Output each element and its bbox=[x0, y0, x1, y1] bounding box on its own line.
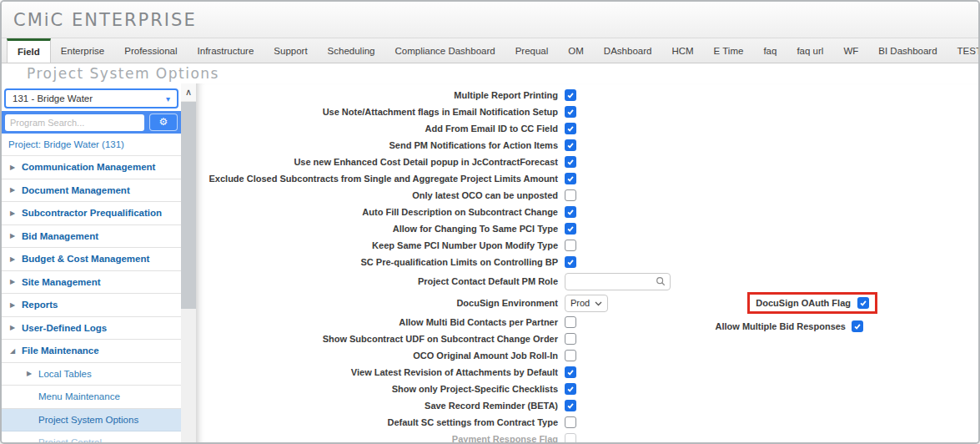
checkbox-show-subcontract-udf-on-subcontract-change-order[interactable] bbox=[565, 333, 576, 345]
program-search-strip: ⚙ bbox=[2, 111, 181, 134]
option-row: Use new Enhanced Cost Detail popup in Jc… bbox=[196, 154, 978, 170]
checkbox-allow-multiple-bid-responses[interactable] bbox=[852, 320, 863, 332]
option-label: Payment Response Flag bbox=[196, 434, 558, 442]
cmic-logo: CMiC ENTERPRISE bbox=[13, 10, 197, 30]
option-label: View Latest Revision of Attachments by D… bbox=[196, 367, 558, 377]
tree-collapsed-icon[interactable]: ▶ bbox=[10, 278, 22, 285]
tree-collapsed-icon[interactable]: ▶ bbox=[10, 255, 22, 263]
checkbox-exclude-closed-subcontracts-from-single-and-aggregate-project-limits-amount[interactable] bbox=[565, 173, 576, 184]
tree-expanded-icon[interactable]: ◢ bbox=[10, 347, 22, 355]
tab-faq[interactable]: faq bbox=[753, 38, 787, 63]
checkbox-payment-response-flag[interactable] bbox=[565, 433, 576, 442]
sidebar-scrollbar[interactable]: ∧ bbox=[181, 83, 196, 442]
check-icon bbox=[566, 258, 575, 266]
chevron-up-icon: ∧ bbox=[185, 87, 192, 97]
tab-professional[interactable]: Professional bbox=[114, 38, 187, 63]
tab-faq-url[interactable]: faq url bbox=[787, 38, 833, 63]
checkbox-only-latest-oco-can-be-unposted[interactable] bbox=[565, 189, 576, 201]
docusign-oauth-highlight-box: DocuSign OAuth Flag bbox=[747, 292, 877, 314]
checkbox-send-pm-notifications-for-action-items[interactable] bbox=[565, 139, 576, 151]
checkbox-sc-pre-qualification-limits-on-controlling-bp[interactable] bbox=[565, 256, 576, 268]
tab-compliance-dashboard[interactable]: Compliance Dashboard bbox=[385, 38, 505, 63]
sidebar-item-file-maintenance[interactable]: ◢File Maintenance bbox=[2, 340, 181, 363]
tab-support[interactable]: Support bbox=[264, 38, 317, 63]
checkbox-docusign-oauth-flag[interactable] bbox=[857, 297, 869, 309]
option-row: Default SC settings from Contract Type bbox=[196, 414, 978, 431]
tab-bi-dashboard[interactable]: BI Dashboard bbox=[868, 38, 947, 63]
tab-om[interactable]: OM bbox=[558, 38, 594, 63]
tree-collapsed-icon[interactable]: ▶ bbox=[10, 164, 22, 171]
sidebar-item-subcontractor-prequalification[interactable]: ▶Subcontractor Prequalification bbox=[2, 202, 181, 225]
sidebar-item-project-system-options[interactable]: Project System Options bbox=[2, 409, 181, 432]
checkbox-use-note-attachment-flags-in-email-notification-setup[interactable] bbox=[565, 106, 576, 118]
checkbox-use-new-enhanced-cost-detail-popup-in-jccontractforecast[interactable] bbox=[565, 156, 576, 168]
sidebar-item-user-defined-logs[interactable]: ▶User-Defined Logs bbox=[2, 317, 181, 341]
checkbox-show-only-project-specific-checklists[interactable] bbox=[565, 383, 576, 395]
tree-collapsed-icon[interactable]: ▶ bbox=[10, 324, 22, 331]
program-search-input[interactable] bbox=[5, 114, 144, 131]
scroll-up-button[interactable]: ∧ bbox=[181, 83, 196, 102]
option-row: Use Note/Attachment flags in Email Notif… bbox=[196, 103, 978, 120]
tab-hcm[interactable]: HCM bbox=[661, 38, 703, 63]
sidebar-item-budget-cost-management[interactable]: ▶Budget & Cost Management bbox=[2, 248, 181, 271]
checkbox-oco-original-amount-job-roll-in[interactable] bbox=[565, 350, 576, 361]
tab-e-time[interactable]: E Time bbox=[704, 38, 754, 63]
check-icon bbox=[566, 385, 575, 393]
app-window: CMiC ENTERPRISE FieldEnterpriseProfessio… bbox=[0, 0, 980, 444]
sidebar-item-site-management[interactable]: ▶Site Management bbox=[2, 271, 181, 295]
sidebar-item-document-management[interactable]: ▶Document Management bbox=[2, 179, 181, 203]
tab-test[interactable]: TEST bbox=[947, 38, 978, 63]
project-select-value: 131 - Bridge Water bbox=[13, 93, 93, 103]
search-settings-button[interactable]: ⚙ bbox=[149, 114, 178, 131]
tree-collapsed-icon[interactable]: ▶ bbox=[10, 232, 22, 240]
options-rows: Multiple Report PrintingUse Note/Attachm… bbox=[196, 83, 978, 442]
sidebar-item-label: Subcontractor Prequalification bbox=[22, 208, 162, 218]
tab-enterprise[interactable]: Enterprise bbox=[51, 38, 114, 63]
sidebar-item-label: Document Management bbox=[22, 185, 130, 195]
sidebar-item-menu-maintenance[interactable]: Menu Maintenance bbox=[2, 386, 181, 409]
option-row: Keep Same PCI Number Upon Modify Type bbox=[196, 237, 978, 254]
checkbox-view-latest-revision-of-attachments-by-default[interactable] bbox=[565, 366, 576, 378]
checkbox-keep-same-pci-number-upon-modify-type[interactable] bbox=[565, 240, 576, 251]
tab-wf[interactable]: WF bbox=[833, 38, 868, 63]
project-contact-default-pm-role-input[interactable] bbox=[565, 273, 671, 290]
options-panel: Multiple Report PrintingUse Note/Attachm… bbox=[196, 83, 978, 442]
option-label: Project Contact Default PM Role bbox=[196, 276, 558, 286]
option-label: Auto Fill Description on Subcontract Cha… bbox=[196, 207, 558, 217]
project-link[interactable]: Project: Bridge Water (131) bbox=[2, 134, 181, 156]
sidebar-item-communication-management[interactable]: ▶Communication Management bbox=[2, 156, 181, 179]
checkbox-allow-multi-bid-contacts-per-partner[interactable] bbox=[565, 316, 576, 328]
option-row: Exclude Closed Subcontracts from Single … bbox=[196, 170, 978, 187]
lookup-button[interactable] bbox=[656, 276, 666, 286]
check-icon bbox=[859, 299, 867, 307]
check-icon bbox=[566, 208, 575, 216]
option-row: Allow for Changing To Same PCI Type bbox=[196, 220, 978, 237]
tab-dashboard[interactable]: DAshboard bbox=[594, 38, 662, 63]
check-icon bbox=[853, 322, 862, 330]
tab-infrastructure[interactable]: Infrastructure bbox=[188, 38, 264, 63]
tree-collapsed-icon[interactable]: ▶ bbox=[27, 370, 38, 377]
check-icon bbox=[566, 174, 575, 183]
scrollbar-thumb[interactable] bbox=[181, 102, 196, 309]
tab-prequal[interactable]: Prequal bbox=[505, 38, 559, 63]
tree-collapsed-icon[interactable]: ▶ bbox=[10, 301, 22, 309]
tree-collapsed-icon[interactable]: ▶ bbox=[10, 186, 22, 194]
sidebar-item-label: Bid Management bbox=[22, 231, 98, 241]
sidebar-item-reports[interactable]: ▶Reports bbox=[2, 294, 181, 317]
checkbox-save-record-reminder-beta[interactable] bbox=[565, 400, 576, 411]
option-row: Show Subcontract UDF on Subcontract Chan… bbox=[196, 330, 978, 347]
project-select-dropdown[interactable]: 131 - Bridge Water ▾ bbox=[4, 88, 178, 108]
sidebar-item-local-tables[interactable]: ▶Local Tables bbox=[2, 363, 181, 386]
checkbox-allow-for-changing-to-same-pci-type[interactable] bbox=[565, 223, 576, 235]
sidebar-item-project-control[interactable]: Project Control bbox=[2, 431, 181, 442]
select-value: Prod bbox=[570, 298, 590, 308]
tree-collapsed-icon[interactable]: ▶ bbox=[10, 209, 22, 217]
docusign-environment-select[interactable]: Prod bbox=[565, 295, 608, 312]
tab-scheduling[interactable]: Scheduling bbox=[318, 38, 385, 63]
checkbox-multiple-report-printing[interactable] bbox=[565, 89, 576, 101]
checkbox-auto-fill-description-on-subcontract-change[interactable] bbox=[565, 206, 576, 218]
sidebar-item-bid-management[interactable]: ▶Bid Management bbox=[2, 225, 181, 249]
tab-field[interactable]: Field bbox=[7, 38, 51, 63]
checkbox-add-from-email-id-to-cc-field[interactable] bbox=[565, 123, 576, 134]
checkbox-default-sc-settings-from-contract-type[interactable] bbox=[565, 416, 576, 428]
